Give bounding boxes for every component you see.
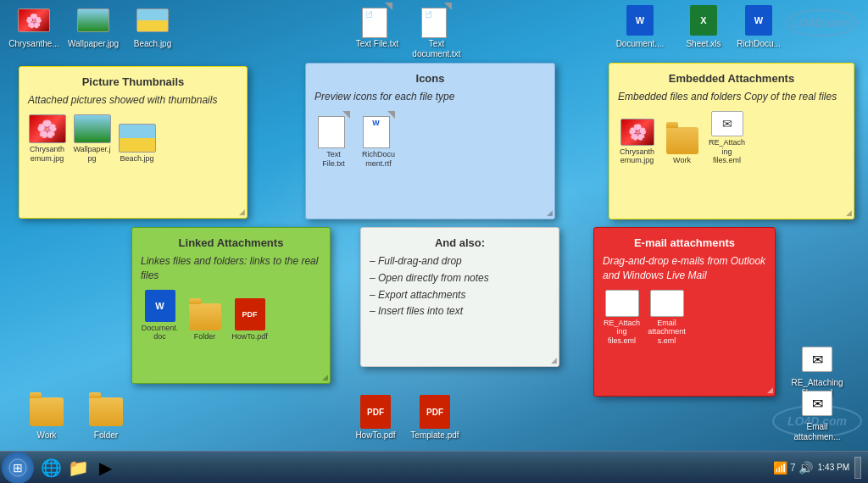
system-tray: 📶 7 🔊: [773, 461, 813, 475]
mini-icon-linked-folder: Folder: [186, 298, 224, 341]
linked-body: Linkes files and folders: links to the r…: [141, 254, 321, 283]
desktop-icon-sheet[interactable]: X Sheet.xls: [674, 3, 733, 49]
tray-battery-icon: 7: [790, 462, 796, 474]
and-also-item-2: – Open directly from notes: [370, 271, 550, 286]
mini-icon-wallpaper: Wallpaper.jpg: [73, 114, 111, 164]
desktop-icon-beach[interactable]: Beach.jpg: [123, 3, 182, 49]
desktop-icon-template-pdf[interactable]: PDF Template.pdf: [405, 395, 465, 441]
svg-text:⊞: ⊞: [13, 461, 23, 475]
resize-handle-also[interactable]: ◢: [551, 356, 557, 364]
taskbar-ie-icon[interactable]: 🌐: [39, 456, 63, 480]
desktop-icon-chrysanthemum[interactable]: 🌸 Chrysanthe...: [4, 3, 64, 49]
tray-volume-icon: 🔊: [798, 461, 813, 475]
tray-network-icon: 📶: [773, 461, 787, 475]
taskbar-explorer-icon[interactable]: 📁: [66, 456, 90, 480]
svg-text:LO4D.com: LO4D.com: [792, 16, 851, 30]
desktop-icon-document[interactable]: W Document....: [610, 3, 670, 49]
embedded-attachments-card: Embedded Attachments Embedded files and …: [609, 63, 854, 219]
mini-icon-emb-email: ✉ RE_Attaching files.eml: [708, 111, 746, 165]
desktop-icon-work-folder[interactable]: Work: [17, 395, 76, 441]
linked-title: Linked Attachments: [141, 236, 321, 249]
mini-icon-email-re: ✉ RE_Attaching files.eml: [603, 290, 641, 346]
picture-thumbnails-icons: 🌸 Chrysanthemum.jpg Wallpaper.jpg Beach.…: [28, 114, 238, 164]
email-card-body: Drag-and-drop e-mails from Outlook and W…: [603, 254, 766, 283]
mini-icon-linked-pdf: PDF HowTo.pdf: [231, 298, 269, 341]
email-attachments-card: E-mail attachments Drag-and-drop e-mails…: [593, 227, 776, 397]
icons-card-body: Preview icons for each file type: [314, 90, 546, 104]
icons-card-icons: Text File.txt W RichDocument.rtf: [314, 111, 546, 169]
desktop-icon-textdoc[interactable]: 📄 Text document.txt: [407, 3, 466, 59]
email-card-title: E-mail attachments: [603, 236, 766, 249]
watermark-top: LO4D.com: [783, 8, 860, 43]
linked-icons: W Document.doc Folder PDF HowTo.pdf: [141, 290, 321, 342]
mini-icon-emb-work: Work: [663, 127, 701, 165]
mini-icon-emb-chrysanthemum: 🌸 Chrysanthemum.jpg: [618, 119, 656, 166]
embedded-title: Embedded Attachments: [618, 72, 845, 85]
desktop-icon-richdoc[interactable]: W RichDocu...: [729, 3, 788, 49]
desktop-icon-howto-pdf[interactable]: PDF HowTo.pdf: [346, 395, 405, 441]
mini-icon-textfile: Text File.txt: [314, 111, 353, 169]
email-card-icons: ✉ RE_Attaching files.eml ✉ Email attachm…: [603, 290, 766, 346]
resize-handle[interactable]: ◢: [239, 208, 245, 216]
desktop-icon-folder[interactable]: Folder: [76, 395, 136, 441]
and-also-item-3: – Export attachments: [370, 288, 550, 303]
taskbar-right: 📶 7 🔊 1:43 PM: [773, 457, 868, 479]
clock: 1:43 PM: [818, 462, 849, 473]
resize-handle-email[interactable]: ◢: [767, 386, 773, 394]
embedded-icons: 🌸 Chrysanthemum.jpg Work ✉ RE_Attaching …: [618, 111, 845, 165]
mini-icon-chrysanthemum: 🌸 Chrysanthemum.jpg: [28, 114, 66, 164]
picture-thumbnails-body: Attached pictures showed with thumbnails: [28, 93, 238, 108]
show-desktop-button[interactable]: [854, 457, 861, 479]
taskbar: ⊞ 🌐 📁 ▶ 📶 7 🔊 1:43 PM: [0, 451, 868, 483]
resize-handle-linked[interactable]: ◢: [322, 373, 328, 381]
resize-handle-emb[interactable]: ◢: [846, 208, 852, 217]
taskbar-media-icon[interactable]: ▶: [93, 456, 117, 480]
resize-handle-icons[interactable]: ◢: [547, 208, 553, 217]
and-also-item-4: – Insert files into text: [370, 304, 550, 319]
mini-icon-beach: Beach.jpg: [118, 124, 156, 164]
picture-thumbnails-title: Picture Thumbnails: [28, 75, 238, 88]
picture-thumbnails-card: Picture Thumbnails Attached pictures sho…: [19, 66, 248, 219]
desktop-icon-textfile[interactable]: 📄 Text File.txt: [348, 3, 407, 49]
desktop-icon-email-attachments[interactable]: ✉ Email attachmen...: [787, 386, 847, 442]
mini-icon-linked-doc: W Document.doc: [141, 290, 179, 342]
icons-card-title: Icons: [314, 72, 546, 85]
and-also-body: – Full-drag-and drop – Open directly fro…: [370, 254, 550, 319]
and-also-card: And also: – Full-drag-and drop – Open di…: [360, 227, 559, 367]
icons-card: Icons Preview icons for each file type T…: [305, 63, 555, 219]
desktop-icon-wallpaper[interactable]: Wallpaper.jpg: [64, 3, 123, 49]
and-also-title: And also:: [370, 236, 550, 249]
mini-icon-richdoc: W RichDocument.rtf: [359, 111, 398, 169]
embedded-body: Embedded files and folders Copy of the r…: [618, 90, 845, 104]
mini-icon-email-attach: ✉ Email attachments.eml: [648, 290, 686, 346]
and-also-item-1: – Full-drag-and drop: [370, 254, 550, 269]
linked-attachments-card: Linked Attachments Linkes files and fold…: [131, 227, 331, 384]
start-button[interactable]: ⊞: [2, 452, 34, 484]
